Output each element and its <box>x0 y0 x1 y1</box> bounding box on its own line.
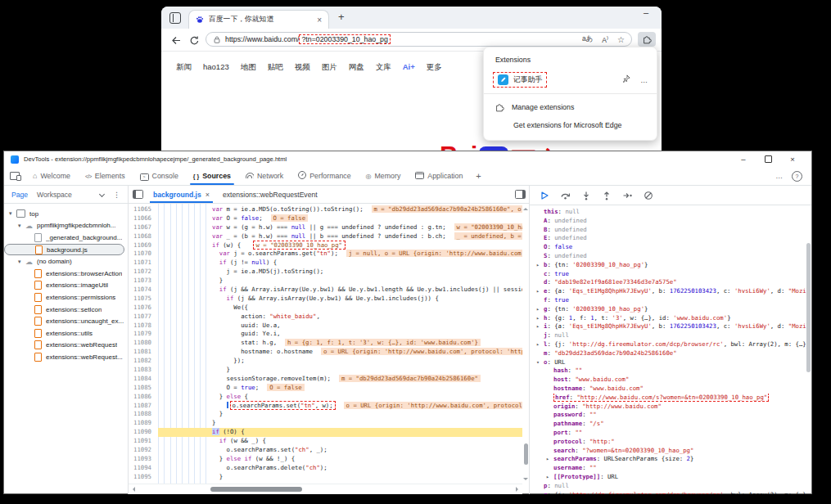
extensions-toolbar-button[interactable] <box>638 32 656 47</box>
favorites-star-icon[interactable]: ☆ <box>617 35 625 44</box>
back-icon[interactable] <box>171 34 182 45</box>
file-tree-item-extensions-uncaught-ex-[interactable]: extensions::uncaught_ex... <box>4 315 124 327</box>
devtools-tab-performance[interactable]: Performance <box>291 167 358 185</box>
line-number[interactable]: 11095 <box>129 473 157 482</box>
tree-expand-icon[interactable]: ▾ <box>18 223 25 229</box>
file-tree-item-ppmflikjmgfikpedcbmnloh-[interactable]: ▾☁ppmflikjmgfikpedcbmnloh... <box>4 220 124 232</box>
code-line-11092[interactable]: 11092 o.searchParams.set("ch", _); <box>129 446 522 455</box>
horizontal-scroll-thumb[interactable] <box>210 487 302 492</box>
file-tree-item-extensions-webRequest-[interactable]: extensions::webRequest... <box>4 351 124 363</box>
scope-expand-icon[interactable]: ▸ <box>546 455 553 464</box>
scope-expand-icon[interactable]: ▸ <box>536 261 544 270</box>
line-number[interactable]: 11067 <box>129 223 157 232</box>
code-line-11082[interactable]: 11082 }); <box>129 357 522 366</box>
step-over-icon[interactable] <box>560 191 571 200</box>
read-aloud-icon[interactable]: A) <box>602 35 608 44</box>
toggle-device-toolbar-icon[interactable] <box>4 167 25 185</box>
chevron-down-icon[interactable] <box>99 191 105 197</box>
line-number[interactable]: 11082 <box>129 357 157 366</box>
code-line-11065[interactable]: 11065var m = ie.a.MD5(o.toString()).toSt… <box>129 205 522 214</box>
line-number[interactable]: 11071 <box>129 259 157 268</box>
scope-expand-icon[interactable]: ▸ <box>546 473 553 482</box>
devtools-tab-memory[interactable]: ◎Memory <box>359 167 409 185</box>
scope-entry-o[interactable]: ▾o: URL <box>530 358 811 367</box>
code-line-11087[interactable]: 11087 o.searchParams.set("tn", w);o = UR… <box>129 402 522 411</box>
code-line-11077[interactable]: 11077 action: "white_baidu", <box>129 313 522 322</box>
tree-expand-icon[interactable]: ▾ <box>18 259 25 265</box>
baidu-nav-link-5[interactable]: 图片 <box>322 62 337 73</box>
sidebar-tab-workspace[interactable]: Workspace <box>37 191 72 199</box>
scope-expand-icon[interactable]: ▾ <box>536 358 544 367</box>
scope-entry-e[interactable]: ▸e: {a: 'Eqs_tE1Mg8QhpHk7JEwyU', b: 1762… <box>530 287 811 296</box>
code-line-11085[interactable]: 11085 O = true;O = false <box>129 384 522 393</box>
scroll-left-arrow[interactable] <box>130 487 135 492</box>
devtools-close-button[interactable]: × <box>780 155 805 164</box>
browser-minimize-button[interactable]: – <box>644 7 648 17</box>
resume-script-icon[interactable] <box>540 191 549 200</box>
baidu-nav-link-2[interactable]: 地图 <box>241 62 256 73</box>
pin-icon[interactable] <box>621 74 630 85</box>
extension-item-highlight-box[interactable]: 记事助手 <box>493 72 547 88</box>
editor-vertical-scrollbar[interactable] <box>522 204 529 484</box>
line-number[interactable]: 11066 <box>129 214 157 223</box>
devtools-tab-sources[interactable]: { }Sources <box>186 167 238 185</box>
url-text[interactable]: https://www.baidu.com/?tn=02003390_10_ha… <box>225 35 391 43</box>
tab-close-icon[interactable]: × <box>317 16 322 25</box>
code-line-11090[interactable]: 11090if (!O) { <box>129 428 522 437</box>
line-number[interactable]: 11065 <box>129 205 157 214</box>
line-number[interactable]: 11073 <box>129 277 157 286</box>
step-into-icon[interactable] <box>581 191 591 200</box>
vertical-scroll-thumb[interactable] <box>524 443 528 465</box>
code-line-11086[interactable]: 11086 } else { <box>129 393 522 402</box>
scope-entry-h[interactable]: ▸h: {g: 1, f: 1, t: '3', w: {…}, id: 'ww… <box>530 314 811 323</box>
line-number[interactable]: 11069 <box>129 241 157 250</box>
scope-expand-icon[interactable]: ▸ <box>536 322 544 331</box>
code-line-11088[interactable]: 11088 } <box>129 410 522 419</box>
code-line-11093[interactable]: 11093 } else if (w && !_) { <box>129 455 522 464</box>
devtools-tab-console[interactable]: >Console <box>133 167 186 185</box>
line-number[interactable]: 11072 <box>129 268 157 277</box>
devtools-minimize-button[interactable]: – <box>731 155 756 164</box>
code-line-11081[interactable]: 11081 hostname: o.hostnameo = URL {origi… <box>129 348 522 357</box>
scope-entry-g[interactable]: ▸g: {tn: '02003390_10_hao_pg'} <box>530 305 811 314</box>
code-line-11076[interactable]: 11076 We({ <box>129 304 522 313</box>
translate-icon[interactable]: aあ <box>582 34 593 44</box>
scope-expand-icon[interactable]: ▸ <box>536 314 544 323</box>
line-number[interactable]: 11093 <box>129 455 157 464</box>
scope-entry-i[interactable]: ▸i: {a: 'Eqs_tE1Mg8QhpHk7JEwyU', b: 1762… <box>530 322 811 331</box>
code-line-11068[interactable]: 11068var _ = (b = h.w) === null || b ===… <box>129 232 522 241</box>
line-number[interactable]: 11092 <box>129 446 157 455</box>
sidebar-tab-page[interactable]: Page <box>11 191 28 199</box>
line-number[interactable]: 11075 <box>129 295 157 304</box>
editor-tab-background-js[interactable]: background.js × <box>147 186 216 203</box>
file-tree-item-extensions-webRequest[interactable]: extensions::webRequest <box>4 340 124 352</box>
line-number[interactable]: 11086 <box>129 393 157 402</box>
scope-expand-icon[interactable]: ▸ <box>536 491 544 495</box>
line-number[interactable]: 11083 <box>129 366 157 375</box>
scroll-up-arrow[interactable] <box>523 205 528 210</box>
devtools-maximize-button[interactable] <box>756 155 780 164</box>
baidu-nav-link-9[interactable]: 更多 <box>427 62 442 73</box>
code-line-11091[interactable]: 11091 if (w && _) { <box>129 437 522 446</box>
code-line-11070[interactable]: 11070 var j = o.searchParams.get("tn");j… <box>129 250 522 259</box>
baidu-nav-link-0[interactable]: 新闻 <box>176 62 192 73</box>
scope-entry-l[interactable]: ▸l: {j: 'http://dg.fireemulator.com/dcp/… <box>530 340 811 349</box>
code-line-11067[interactable]: 11067var w = (g = h.w) === null || g ===… <box>129 223 522 232</box>
line-number[interactable]: 11085 <box>129 384 157 393</box>
scope-entry-searchParams[interactable]: ▸searchParams: URLSearchParams {size: 2} <box>530 455 811 464</box>
code-line-11079[interactable]: 11079 guid: Ye.i, <box>129 330 522 339</box>
step-out-icon[interactable] <box>602 191 612 200</box>
code-line-11074[interactable]: 11074 if (j && Array.isArray(Ue.y.bw1) &… <box>129 286 522 295</box>
line-number[interactable]: 11081 <box>129 348 157 357</box>
line-number[interactable]: 11079 <box>129 330 157 339</box>
editor-tab-webrequestevent[interactable]: extensions::webRequestEvent <box>216 186 324 203</box>
code-line-11072[interactable]: 11072 j = ie.a.MD5(j).toString(); <box>129 268 522 277</box>
manage-extensions-row[interactable]: Manage extensions <box>484 98 657 116</box>
line-number[interactable]: 11076 <box>129 304 157 313</box>
code-line-11083[interactable]: 11083 } <box>129 366 522 375</box>
extension-item-row[interactable]: 记事助手 … <box>484 70 657 89</box>
get-extensions-row[interactable]: Get extensions for Microsoft Edge <box>484 116 657 134</box>
code-line-11075[interactable]: 11075 if (j && Array.isArray(Ue.y.bw1) &… <box>129 295 522 304</box>
line-number[interactable]: 11091 <box>129 437 157 446</box>
file-tree-item-extensions-permissions[interactable]: extensions::permissions <box>4 291 124 304</box>
